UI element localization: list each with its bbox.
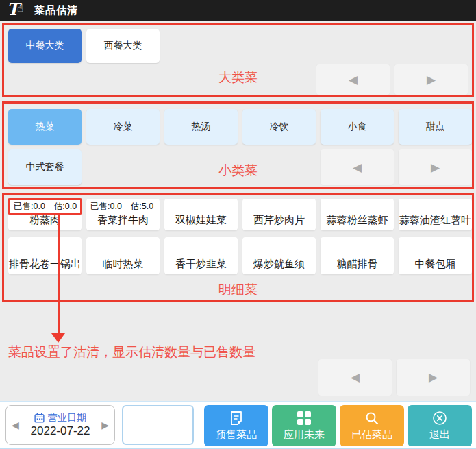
apply-future-label: 应用未来	[284, 428, 325, 441]
sub-category-annotation: 小类菜	[218, 162, 258, 180]
date-next-button[interactable]: ▶	[101, 420, 109, 430]
preorder-doc-icon	[229, 410, 244, 426]
sub-category-cold-drink[interactable]: 冷饮	[242, 109, 316, 145]
major-category-section: 中餐大类 西餐大类 大类菜 ◀ ▶	[2, 23, 474, 97]
sub-category-hot-soup[interactable]: 热汤	[164, 109, 238, 145]
sub-next-button[interactable]: ▶	[399, 149, 472, 185]
sub-prev-button[interactable]: ◀	[321, 149, 394, 185]
title-bar: T ☝ 菜品估清	[0, 0, 476, 21]
dish-cell[interactable]: 双椒娃娃菜	[164, 199, 238, 230]
left-arrow-icon: ◀	[353, 160, 362, 175]
app-logo-icon: T ☝	[5, 1, 29, 19]
empty-input-box[interactable]	[122, 405, 194, 445]
estimated-dishes-button[interactable]: 已估菜品	[340, 405, 404, 446]
annotation-note: 菜品设置了沽清，显示估清数量与已售数量	[8, 343, 255, 361]
major-next-button[interactable]: ▶	[394, 64, 468, 95]
sub-category-dessert[interactable]: 甜点	[399, 109, 472, 145]
dish-cell[interactable]: 临时热菜	[86, 237, 160, 274]
page-title: 菜品估清	[34, 4, 78, 17]
date-prev-button[interactable]: ◀	[12, 420, 19, 430]
dish-cell[interactable]: 排骨花卷一锅出	[8, 237, 82, 274]
dish-next-button[interactable]: ▶	[397, 359, 470, 396]
sub-category-chinese-set[interactable]: 中式套餐	[8, 149, 82, 185]
left-arrow-icon: ◀	[349, 73, 358, 87]
left-arrow-icon: ◀	[351, 370, 360, 385]
major-category-chinese[interactable]: 中餐大类	[8, 29, 82, 63]
dish-cell[interactable]: 中餐包厢	[399, 237, 472, 274]
sub-category-section: 热菜 冷菜 热汤 冷饮 小食 甜点 中式套餐 ◀ ▶ 小类菜	[2, 101, 474, 189]
dish-cell[interactable]: 糖醋排骨	[321, 237, 394, 274]
dish-cell[interactable]: 已售:0.0估:5.0 香菜拌牛肉	[86, 199, 160, 230]
major-prev-button[interactable]: ◀	[316, 64, 390, 95]
search-icon	[364, 410, 379, 426]
sub-category-hot-dish[interactable]: 热菜	[8, 109, 82, 145]
sub-category-snack[interactable]: 小食	[321, 109, 394, 145]
hand-pointer-icon: ☝	[17, 2, 23, 14]
footer-bar: ◀ 营业日期 2022-07-22 ▶	[0, 401, 476, 449]
exit-button[interactable]: 退出	[408, 405, 472, 446]
apply-future-button[interactable]: 应用未来	[272, 405, 336, 446]
apply-future-grid-icon	[297, 410, 311, 426]
dish-cell[interactable]: 西芹炒肉片	[242, 199, 316, 230]
annotation-arrow-head	[51, 333, 65, 343]
major-category-pager: ◀ ▶	[316, 64, 468, 95]
business-date-label: 营业日期	[48, 412, 86, 424]
business-date-navigator: ◀ 营业日期 2022-07-22 ▶	[5, 405, 115, 445]
dish-cell[interactable]: 蒜蓉粉丝蒸虾	[321, 199, 394, 230]
right-arrow-icon: ▶	[427, 73, 436, 87]
right-arrow-icon: ▶	[429, 370, 438, 385]
calendar-icon	[34, 413, 45, 423]
exit-label: 退出	[429, 428, 450, 441]
dish-cell[interactable]: 已售:0.0估:0.0 粉蒸肉	[8, 199, 82, 230]
presale-dishes-label: 预售菜品	[216, 428, 257, 441]
exit-icon	[432, 410, 447, 426]
dish-cell[interactable]: 蒜蓉油渣红薯叶	[399, 199, 472, 230]
estimated-dishes-label: 已估菜品	[351, 428, 392, 441]
major-category-western[interactable]: 西餐大类	[86, 29, 160, 63]
dish-pager: ◀ ▶	[318, 359, 470, 396]
sub-category-cold-dish[interactable]: 冷菜	[86, 109, 160, 145]
presale-dishes-button[interactable]: 预售菜品	[204, 405, 268, 446]
major-category-annotation: 大类菜	[218, 69, 258, 86]
dish-detail-section: 已售:0.0估:0.0 粉蒸肉 已售:0.0估:5.0 香菜拌牛肉 双椒娃娃菜 …	[2, 193, 474, 302]
soldout-info-highlight: 已售:0.0估:0.0	[8, 198, 82, 215]
dish-cell[interactable]: 爆炒鱿鱼须	[242, 237, 316, 274]
dish-detail-annotation: 明细菜	[218, 281, 258, 299]
dish-cell[interactable]: 香干炒韭菜	[164, 237, 238, 274]
dish-prev-button[interactable]: ◀	[318, 359, 392, 396]
business-date-value: 2022-07-22	[31, 424, 90, 438]
right-arrow-icon: ▶	[431, 160, 440, 175]
